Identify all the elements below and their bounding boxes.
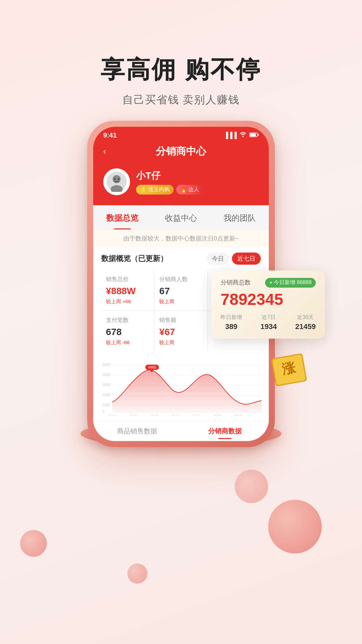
- svg-text:4000: 4000: [103, 373, 111, 377]
- sub-title: 自己买省钱 卖别人赚钱: [0, 93, 362, 107]
- svg-point-6: [114, 178, 116, 180]
- back-button[interactable]: ‹: [103, 146, 106, 157]
- svg-text:09/25: 09/25: [192, 414, 201, 416]
- tab-team[interactable]: 我的团队: [210, 205, 269, 229]
- svg-rect-8: [114, 181, 119, 182]
- app-title: 分销商中心: [156, 145, 206, 158]
- tab-product-sales[interactable]: 商品销售数据: [93, 421, 181, 441]
- floating-card: 分销商总数 ● 今日新增 86888 7892345 昨日新增 389 近7日 …: [211, 270, 325, 338]
- badge-gold: ⭐优玉内购: [136, 185, 174, 195]
- money-note: 涨: [271, 353, 307, 386]
- svg-text:0: 0: [103, 410, 105, 414]
- floating-card-stats: 昨日新增 389 近7日 1934 近30天 21459: [221, 314, 316, 331]
- avatar: [103, 168, 130, 195]
- svg-text:3000: 3000: [103, 383, 111, 387]
- floating-stat-30days: 近30天 21459: [295, 314, 316, 331]
- btn-today[interactable]: 今日: [206, 253, 229, 265]
- floating-stat-7days: 近7日 1934: [260, 314, 277, 331]
- tab-distributor-data[interactable]: 分销商数据: [181, 421, 269, 441]
- sphere-bottom-center: [127, 564, 147, 584]
- svg-rect-2: [258, 134, 259, 136]
- profile-info: 小T仔 ⭐优玉内购 🔥达人: [136, 169, 203, 195]
- status-bar: 9:41 ▐▐▐: [93, 127, 269, 141]
- svg-point-7: [118, 178, 120, 180]
- sphere-mid-right: [235, 470, 268, 503]
- svg-text:09/24: 09/24: [171, 414, 180, 416]
- floating-stat-yesterday: 昨日新增 389: [221, 314, 242, 331]
- header-section: 享高佣 购不停 自己买省钱 卖别人赚钱: [0, 0, 362, 121]
- svg-text:09/22: 09/22: [129, 414, 137, 416]
- signal-icon: ▐▐▐: [224, 132, 237, 139]
- stats-buttons: 今日 近七日: [206, 253, 261, 265]
- profile-section: 小T仔 ⭐优玉内购 🔥达人: [93, 165, 269, 205]
- chart-area: 5000 4000 3000 2000 1000 0: [100, 362, 262, 416]
- stat-distributor-count: 分销商人数 67 较上周: [155, 270, 207, 310]
- tab-earnings[interactable]: 收益中心: [152, 205, 210, 229]
- bottom-tabs: 商品销售数据 分销商数据: [93, 421, 269, 441]
- floating-card-header: 分销商总数 ● 今日新增 86888: [221, 278, 316, 287]
- profile-name: 小T仔: [136, 169, 203, 182]
- svg-text:09/23: 09/23: [150, 414, 159, 416]
- svg-text:4460: 4460: [148, 365, 156, 369]
- nav-tabs: 数据总览 收益中心 我的团队: [93, 205, 269, 230]
- stats-header: 数据概览（已更新） 今日 近七日: [101, 253, 261, 265]
- svg-text:2000: 2000: [103, 393, 111, 397]
- tab-overview[interactable]: 数据总览: [93, 205, 152, 229]
- sphere-bottom-left: [20, 530, 47, 557]
- floating-card-number: 7892345: [221, 290, 316, 309]
- sphere-bottom-right: [268, 500, 322, 553]
- main-title: 享高佣 购不停: [0, 54, 362, 86]
- btn-week[interactable]: 近七日: [232, 253, 261, 265]
- status-time: 9:41: [103, 131, 117, 139]
- svg-text:5000: 5000: [103, 363, 111, 367]
- stat-sales-amount: 销售额 ¥67 较上周: [155, 311, 207, 351]
- floating-card-title: 分销商总数: [221, 278, 251, 286]
- wifi-icon: [239, 132, 247, 139]
- svg-text:09/21: 09/21: [108, 414, 116, 416]
- stat-sales-total: 销售总价 ¥888W 较上周 +66: [101, 270, 154, 310]
- svg-text:1000: 1000: [103, 403, 111, 407]
- svg-text:09/26: 09/26: [214, 414, 222, 416]
- stats-title: 数据概览（已更新）: [101, 254, 168, 264]
- svg-text:09/27: 09/27: [235, 414, 243, 416]
- notice-bar: 由于数据较大，数据中心数据次日0点更新~: [93, 230, 269, 247]
- stat-payment-count: 支付笔数 678 较上周 -66: [101, 311, 154, 351]
- badges: ⭐优玉内购 🔥达人: [136, 185, 203, 195]
- floating-card-new: ● 今日新增 86888: [265, 278, 316, 287]
- battery-icon: [249, 132, 259, 139]
- svg-rect-1: [250, 133, 256, 137]
- badge-red: 🔥达人: [176, 185, 203, 195]
- app-header: ‹ 分销商中心: [93, 141, 269, 165]
- chart-section: 5000 4000 3000 2000 1000 0: [93, 357, 269, 421]
- status-icons: ▐▐▐: [224, 132, 259, 139]
